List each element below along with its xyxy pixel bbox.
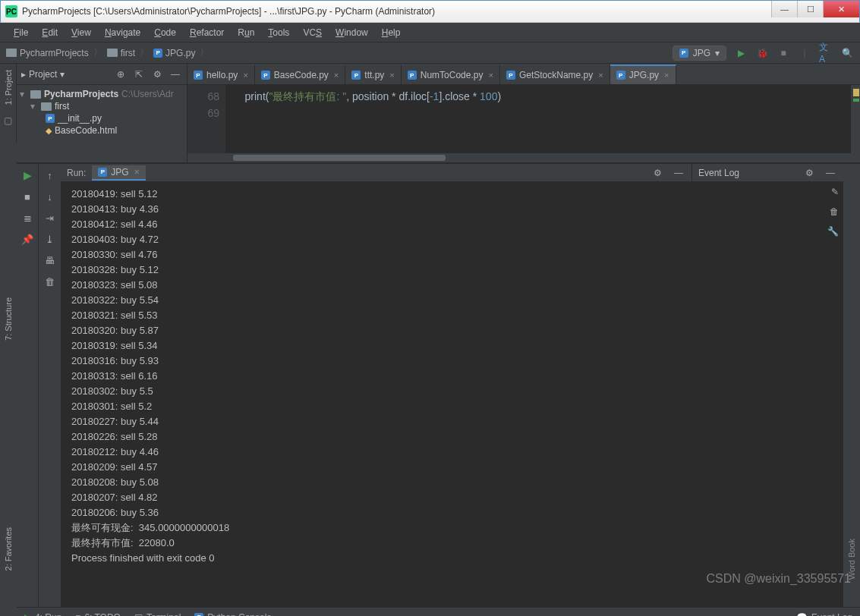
hide-icon[interactable]: —	[672, 166, 685, 180]
hide-icon[interactable]: —	[169, 68, 182, 81]
menu-window[interactable]: Window	[329, 25, 374, 40]
wrench-icon[interactable]: 🔧	[827, 226, 839, 237]
run-config-selector[interactable]: JPG ▾	[673, 46, 726, 61]
maximize-button[interactable]: ☐	[797, 1, 823, 17]
project-root-path: C:\Users\Adr	[121, 89, 174, 99]
delete-icon[interactable]: 🗑	[830, 206, 839, 217]
tab-label: JPG.py	[629, 70, 659, 80]
event-log-panel: Event Log ⚙ — ✎ 🗑 🔧	[691, 164, 843, 607]
close-icon[interactable]: ×	[134, 167, 140, 178]
tab-todo[interactable]: ≡6: TODO	[75, 612, 121, 617]
stop-button[interactable]: ■	[777, 46, 790, 60]
menu-navigate[interactable]: Navigate	[99, 25, 146, 40]
gear-icon[interactable]: ⚙	[651, 166, 664, 180]
gutter: 68 69	[187, 85, 225, 153]
locate-icon[interactable]: ⊕	[114, 68, 128, 81]
close-button[interactable]: ✕	[823, 1, 859, 17]
console-line: 20180302: buy 5.5	[71, 384, 681, 399]
chevron-down-icon[interactable]: ▾	[60, 69, 65, 80]
stop-button[interactable]: ■	[20, 190, 34, 203]
project-tree[interactable]: ▾ PycharmProjects C:\Users\Adr ▾ first _…	[17, 85, 187, 140]
editor-tab[interactable]: ttt.py×	[345, 64, 401, 84]
tab-terminal[interactable]: ▣Terminal	[134, 612, 181, 617]
code-editor[interactable]: 68 69 print("最终持有市值: ", position * df.il…	[187, 85, 860, 153]
tree-file[interactable]: ◆ BaseCode.html	[17, 124, 187, 137]
run-label: Run:	[67, 168, 86, 178]
tab-favorites[interactable]: 2: Favorites	[2, 524, 14, 574]
breadcrumb-folder[interactable]: first	[121, 48, 135, 58]
gear-icon[interactable]: ⚙	[150, 68, 164, 81]
error-stripe[interactable]	[851, 85, 860, 153]
tab-run-bottom[interactable]: ▶4: Run	[24, 612, 61, 617]
console-output[interactable]: 20180419: sell 5.1220180413: buy 4.36201…	[61, 182, 691, 607]
close-icon[interactable]: ×	[243, 71, 247, 80]
debug-button[interactable]: 🐞	[755, 46, 769, 60]
python-icon	[351, 71, 361, 80]
menu-edit[interactable]: Edit	[36, 25, 64, 40]
collapse-icon[interactable]: ⇱	[132, 68, 146, 81]
window-titlebar: PC PycharmProjects [C:\Users\Administrat…	[0, 0, 860, 23]
editor-tab[interactable]: JPG.py×	[610, 64, 676, 84]
tab-eventlog-bottom[interactable]: 💬Event Log	[796, 612, 852, 617]
gear-icon[interactable]: ⚙	[802, 166, 816, 180]
python-icon	[261, 71, 270, 80]
close-icon[interactable]: ×	[334, 71, 339, 80]
menu-file[interactable]: File	[8, 25, 34, 40]
menu-tools[interactable]: Tools	[262, 25, 295, 40]
editor-tab[interactable]: NumToCode.py×	[402, 64, 500, 84]
python-icon	[153, 49, 162, 58]
right-tool-strip: Word Book	[843, 164, 860, 607]
translate-icon[interactable]: 文A	[819, 46, 833, 60]
tree-file[interactable]: __init__.py	[17, 112, 187, 124]
up-icon[interactable]: ↑	[43, 168, 57, 182]
run-tab[interactable]: JPG ×	[92, 165, 145, 181]
layout-icon[interactable]: ≣	[20, 211, 34, 225]
run-button[interactable]: ▶	[734, 46, 748, 60]
breadcrumb-root[interactable]: PycharmProjects	[20, 48, 89, 58]
close-icon[interactable]: ×	[598, 71, 603, 80]
soft-wrap-icon[interactable]: ⇥	[43, 211, 57, 225]
editor-tab[interactable]: BaseCode.py×	[255, 64, 345, 84]
minimize-button[interactable]: —	[771, 1, 797, 17]
menu-run[interactable]: Run	[232, 25, 260, 40]
clear-icon[interactable]: 🗑	[43, 275, 57, 288]
menu-view[interactable]: View	[65, 25, 97, 40]
down-icon[interactable]: ↓	[43, 190, 57, 203]
editor-tab[interactable]: GetStockName.py×	[500, 64, 610, 84]
horizontal-scrollbar[interactable]	[187, 153, 860, 162]
editor-tab[interactable]: hello.py×	[187, 64, 255, 84]
code-text[interactable]: print("最终持有市值: ", position * df.iloc[-1]…	[225, 85, 501, 153]
close-icon[interactable]: ×	[664, 71, 669, 80]
folder-icon: ▸	[21, 69, 26, 80]
breadcrumb-file[interactable]: JPG.py	[165, 48, 195, 58]
tree-folder[interactable]: ▾ first	[17, 100, 187, 112]
tree-root[interactable]: ▾ PycharmProjects C:\Users\Adr	[17, 88, 187, 100]
chevron-down-icon: ▾	[715, 48, 720, 58]
tab-structure[interactable]: 7: Structure	[2, 294, 14, 344]
line-number: 68	[187, 88, 219, 105]
menu-vcs[interactable]: VCS	[297, 25, 328, 40]
console-line: 20180319: sell 5.34	[71, 338, 681, 354]
search-icon[interactable]: 🔍	[840, 46, 854, 60]
console-line: 20180322: buy 5.54	[71, 293, 681, 308]
menu-help[interactable]: Help	[376, 25, 407, 40]
tab-wordbook[interactable]: Word Book	[846, 536, 858, 583]
project-tool-window: ▸ Project ▾ ⊕ ⇱ ⚙ — ▾ PycharmProjects C:…	[17, 64, 187, 162]
folder-icon[interactable]: ▢	[2, 114, 15, 127]
tab-project[interactable]: 1: Project	[2, 67, 14, 108]
hide-icon[interactable]: —	[824, 166, 837, 180]
pin-icon[interactable]: 📌	[20, 232, 34, 246]
menu-refactor[interactable]: Refactor	[184, 25, 230, 40]
python-icon	[679, 49, 688, 58]
rerun-button[interactable]: ▶	[20, 168, 34, 182]
close-icon[interactable]: ×	[389, 71, 394, 80]
close-icon[interactable]: ×	[488, 71, 493, 80]
console-line: 20180320: buy 5.87	[71, 323, 681, 338]
print-icon[interactable]: 🖶	[43, 253, 57, 267]
tab-python-console[interactable]: Python Console	[194, 612, 272, 617]
edit-icon[interactable]: ✎	[831, 187, 839, 197]
menu-code[interactable]: Code	[148, 25, 182, 40]
scroll-to-end-icon[interactable]: ⤓	[43, 232, 57, 246]
project-panel-title[interactable]: Project	[29, 69, 57, 80]
run-tab-label: JPG	[111, 167, 128, 178]
